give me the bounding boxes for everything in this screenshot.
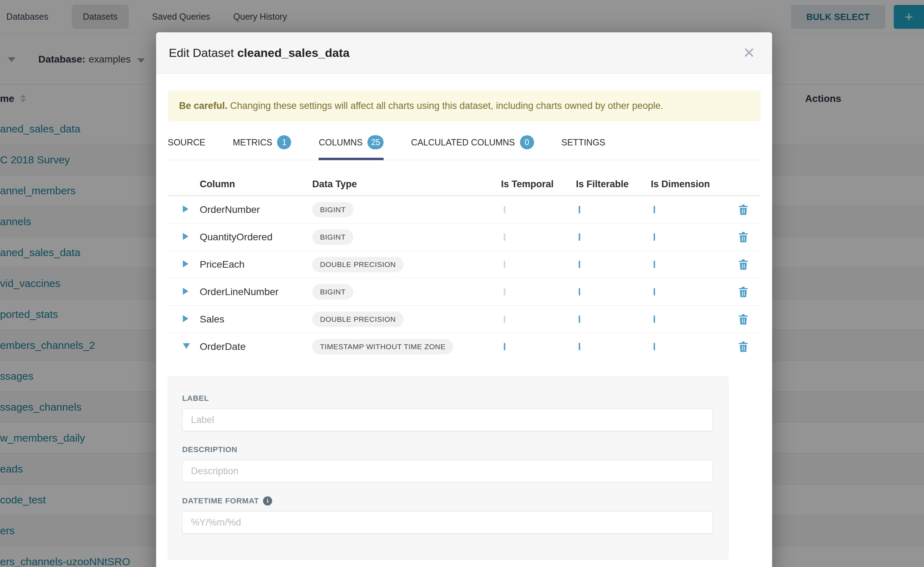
data-type-pill: DOUBLE PRECISION bbox=[312, 257, 403, 272]
column-row: QuantityOrdered BIGINT bbox=[168, 224, 760, 251]
header-data-type: Data Type bbox=[312, 179, 501, 190]
is-filterable-checkbox[interactable] bbox=[579, 343, 580, 350]
expand-caret-icon[interactable] bbox=[183, 260, 188, 267]
is-dimension-checkbox[interactable] bbox=[654, 288, 655, 296]
modal-tabs: SOURCE METRICS 1 COLUMNS 25 CALCULATED C… bbox=[168, 131, 760, 160]
label-input[interactable] bbox=[182, 409, 713, 431]
column-row: OrderLineNumber BIGINT bbox=[168, 278, 760, 306]
delete-column-icon[interactable] bbox=[738, 286, 749, 297]
description-field-label: DESCRIPTION bbox=[182, 445, 714, 454]
expand-caret-icon[interactable] bbox=[183, 206, 188, 213]
data-type-pill: BIGINT bbox=[312, 202, 354, 218]
tab-settings[interactable]: SETTINGS bbox=[561, 131, 605, 160]
tab-source[interactable]: SOURCE bbox=[168, 131, 205, 160]
description-field-group: DESCRIPTION bbox=[182, 445, 714, 482]
tab-count-badge: 25 bbox=[367, 135, 384, 149]
is-dimension-checkbox[interactable] bbox=[654, 206, 655, 213]
is-filterable-checkbox[interactable] bbox=[579, 233, 580, 241]
column-row: Sales DOUBLE PRECISION bbox=[168, 306, 760, 333]
column-name: OrderNumber bbox=[200, 204, 312, 215]
tab-label: SETTINGS bbox=[561, 137, 605, 147]
is-filterable-checkbox[interactable] bbox=[579, 315, 580, 323]
delete-column-icon[interactable] bbox=[738, 231, 749, 243]
tab-calculated-columns[interactable]: CALCULATED COLUMNS 0 bbox=[411, 131, 534, 160]
is-temporal-checkbox[interactable] bbox=[504, 315, 505, 323]
is-temporal-checkbox[interactable] bbox=[504, 233, 505, 241]
columns-table-header: Column Data Type Is Temporal Is Filterab… bbox=[168, 173, 760, 196]
tab-label: COLUMNS bbox=[319, 137, 363, 147]
tab-label: SOURCE bbox=[168, 137, 205, 147]
expand-caret-icon[interactable] bbox=[183, 315, 188, 322]
close-icon[interactable]: ✕ bbox=[739, 46, 760, 60]
datetime-format-field-label: DATETIME FORMAT i bbox=[182, 496, 714, 506]
is-filterable-checkbox[interactable] bbox=[579, 288, 580, 296]
description-input[interactable] bbox=[182, 460, 713, 482]
modal-body: Be careful. Changing these settings will… bbox=[156, 74, 772, 560]
warning-banner-text: Changing these settings will affect all … bbox=[227, 100, 663, 111]
app-page: Databases Datasets Saved Queries Query H… bbox=[0, 0, 924, 567]
modal-title-dataset-name: cleaned_sales_data bbox=[237, 46, 349, 59]
is-dimension-checkbox[interactable] bbox=[654, 315, 655, 323]
is-filterable-checkbox[interactable] bbox=[579, 206, 580, 213]
column-name: QuantityOrdered bbox=[200, 231, 312, 243]
data-type-pill: TIMESTAMP WITHOUT TIME ZONE bbox=[312, 339, 453, 354]
modal-title: Edit Dataset cleaned_sales_data bbox=[169, 46, 349, 60]
tab-count-badge: 1 bbox=[277, 135, 291, 149]
label-field-group: LABEL bbox=[182, 394, 714, 431]
delete-column-icon[interactable] bbox=[738, 314, 749, 325]
column-name: OrderLineNumber bbox=[200, 286, 312, 297]
data-type-pill: DOUBLE PRECISION bbox=[312, 312, 403, 327]
datetime-format-input[interactable] bbox=[182, 511, 713, 534]
expand-caret-icon[interactable] bbox=[183, 343, 190, 349]
column-name: OrderDate bbox=[200, 341, 312, 352]
data-type-pill: BIGINT bbox=[312, 284, 354, 300]
delete-column-icon[interactable] bbox=[738, 259, 749, 270]
expand-caret-icon[interactable] bbox=[183, 233, 188, 240]
column-name: PriceEach bbox=[200, 259, 312, 270]
modal-header: Edit Dataset cleaned_sales_data ✕ bbox=[156, 32, 772, 74]
tab-label: METRICS bbox=[233, 137, 272, 147]
is-filterable-checkbox[interactable] bbox=[579, 261, 580, 268]
edit-dataset-modal: Edit Dataset cleaned_sales_data ✕ Be car… bbox=[156, 32, 772, 567]
header-is-filterable: Is Filterable bbox=[576, 179, 651, 190]
label-field-label: LABEL bbox=[182, 394, 714, 403]
expand-caret-icon[interactable] bbox=[183, 288, 188, 295]
is-dimension-checkbox[interactable] bbox=[654, 233, 655, 241]
is-temporal-checkbox[interactable] bbox=[504, 343, 505, 350]
is-dimension-checkbox[interactable] bbox=[654, 343, 655, 350]
tab-metrics[interactable]: METRICS 1 bbox=[233, 131, 292, 160]
header-column: Column bbox=[200, 179, 312, 190]
tab-label: CALCULATED COLUMNS bbox=[411, 137, 515, 147]
datetime-format-field-group: DATETIME FORMAT i bbox=[182, 496, 714, 534]
column-row: OrderNumber BIGINT bbox=[168, 196, 760, 224]
header-is-temporal: Is Temporal bbox=[501, 179, 576, 190]
column-row: OrderDate TIMESTAMP WITHOUT TIME ZONE bbox=[168, 333, 760, 360]
warning-banner-bold: Be careful. bbox=[179, 100, 227, 111]
is-temporal-checkbox[interactable] bbox=[504, 206, 505, 213]
header-is-dimension: Is Dimension bbox=[651, 179, 726, 190]
is-temporal-checkbox[interactable] bbox=[504, 261, 505, 268]
info-icon[interactable]: i bbox=[263, 496, 272, 506]
column-detail-panel: LABEL DESCRIPTION DATETIME FORMAT i bbox=[168, 376, 728, 560]
warning-banner: Be careful. Changing these settings will… bbox=[168, 91, 760, 121]
columns-table: Column Data Type Is Temporal Is Filterab… bbox=[168, 173, 760, 360]
modal-title-prefix: Edit Dataset bbox=[169, 46, 234, 59]
tab-columns[interactable]: COLUMNS 25 bbox=[319, 131, 384, 160]
delete-column-icon[interactable] bbox=[738, 204, 749, 215]
delete-column-icon[interactable] bbox=[738, 341, 749, 352]
tab-count-badge: 0 bbox=[520, 135, 534, 149]
column-row: PriceEach DOUBLE PRECISION bbox=[168, 251, 760, 278]
column-name: Sales bbox=[200, 314, 312, 325]
data-type-pill: BIGINT bbox=[312, 230, 354, 245]
is-temporal-checkbox[interactable] bbox=[504, 288, 505, 296]
is-dimension-checkbox[interactable] bbox=[654, 261, 655, 268]
